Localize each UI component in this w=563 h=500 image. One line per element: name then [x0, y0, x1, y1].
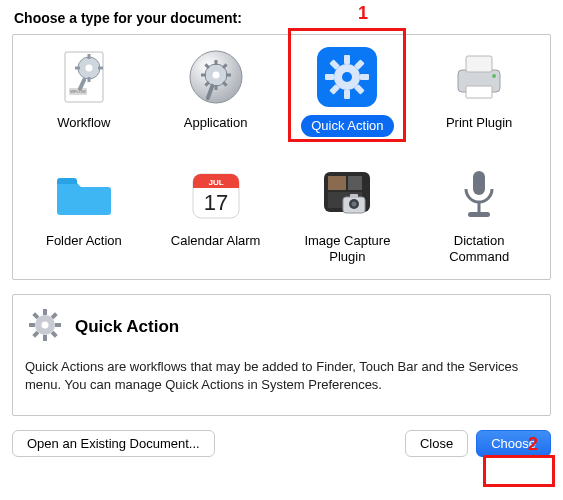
svg-rect-57: [55, 323, 61, 327]
svg-point-36: [492, 74, 496, 78]
button-row: Open an Existing Document... Close Choos…: [12, 430, 551, 457]
type-grid-panel: WFLOW Workflow: [12, 34, 551, 280]
type-option-dictation[interactable]: Dictation Command: [416, 159, 542, 267]
type-label-selected: Quick Action: [301, 115, 393, 137]
svg-rect-15: [201, 74, 206, 77]
image-capture-icon: [315, 163, 379, 227]
type-option-calendar-alarm[interactable]: JUL 17 Calendar Alarm: [153, 159, 279, 267]
svg-rect-25: [344, 55, 350, 64]
type-label: Application: [184, 115, 248, 131]
svg-rect-8: [98, 67, 103, 70]
svg-rect-30: [325, 74, 334, 80]
quick-action-icon: [315, 45, 379, 109]
type-label: Image Capture Plugin: [292, 233, 402, 264]
svg-point-47: [352, 202, 357, 207]
svg-rect-48: [473, 171, 485, 195]
open-existing-button[interactable]: Open an Existing Document...: [12, 430, 215, 457]
printer-icon: [447, 45, 511, 109]
svg-text:WFLOW: WFLOW: [70, 89, 86, 94]
svg-rect-29: [360, 74, 369, 80]
close-button[interactable]: Close: [405, 430, 468, 457]
svg-rect-26: [344, 90, 350, 99]
type-option-workflow[interactable]: WFLOW Workflow: [21, 41, 147, 149]
description-panel: Quick Action Quick Actions are workflows…: [12, 294, 551, 416]
description-body: Quick Actions are workflows that may be …: [25, 358, 538, 393]
prompt-heading: Choose a type for your document:: [14, 10, 553, 26]
svg-rect-7: [75, 67, 80, 70]
choose-button[interactable]: Choose: [476, 430, 551, 457]
svg-rect-58: [29, 323, 35, 327]
type-label: Calendar Alarm: [171, 233, 261, 249]
gear-icon: [25, 305, 65, 348]
svg-rect-5: [87, 54, 90, 59]
svg-point-4: [85, 65, 92, 72]
svg-rect-53: [43, 309, 47, 315]
microphone-icon: [447, 163, 511, 227]
application-icon: [184, 45, 248, 109]
svg-rect-13: [214, 60, 217, 65]
calendar-icon: JUL 17: [184, 163, 248, 227]
svg-rect-50: [468, 212, 490, 217]
folder-icon: [52, 163, 116, 227]
type-option-image-capture[interactable]: Image Capture Plugin: [285, 159, 411, 267]
workflow-icon: WFLOW: [52, 45, 116, 109]
type-label: Dictation Command: [424, 233, 534, 264]
svg-point-52: [42, 322, 49, 329]
type-option-print-plugin[interactable]: Print Plugin: [416, 41, 542, 149]
svg-text:17: 17: [203, 190, 227, 215]
svg-rect-35: [466, 86, 492, 98]
type-label: Folder Action: [46, 233, 122, 249]
svg-point-24: [342, 72, 352, 82]
svg-rect-54: [43, 335, 47, 341]
type-option-quick-action[interactable]: Quick Action: [285, 41, 411, 149]
svg-rect-41: [328, 176, 346, 190]
svg-rect-14: [214, 85, 217, 90]
annotation-box-2: [483, 455, 555, 487]
svg-rect-45: [350, 194, 358, 198]
svg-rect-49: [478, 202, 481, 212]
svg-text:JUL: JUL: [208, 178, 223, 187]
svg-point-12: [212, 72, 219, 79]
type-label: Print Plugin: [446, 115, 512, 131]
svg-rect-6: [87, 77, 90, 82]
type-option-application[interactable]: Application: [153, 41, 279, 149]
type-option-folder-action[interactable]: Folder Action: [21, 159, 147, 267]
type-label: Workflow: [57, 115, 110, 131]
svg-rect-42: [348, 176, 362, 190]
svg-rect-34: [466, 56, 492, 72]
description-title: Quick Action: [75, 317, 179, 337]
svg-rect-16: [226, 74, 231, 77]
